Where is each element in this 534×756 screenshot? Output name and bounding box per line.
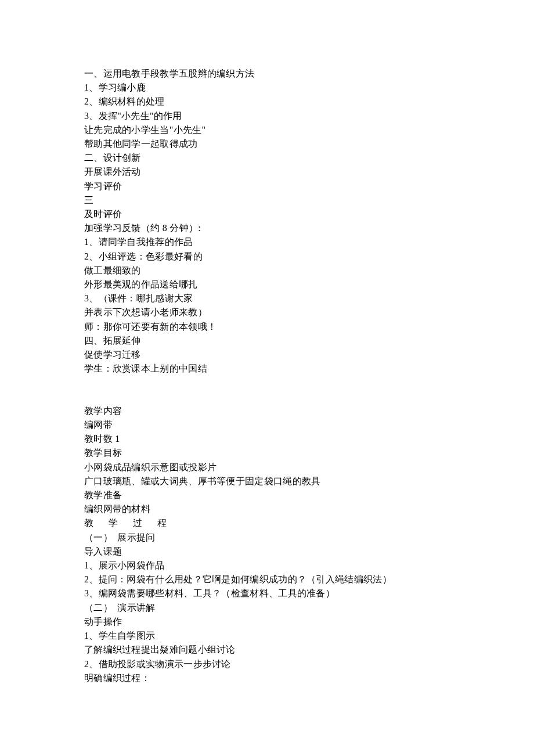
text-line: 做工最细致的 <box>84 264 450 278</box>
text-line: 教学准备 <box>84 488 450 502</box>
text-line: 3、发挥"小先生"的作用 <box>84 109 450 123</box>
text-line: 小网袋成品编织示意图或投影片 <box>84 460 450 474</box>
text-line: 了解编织过程提出疑难问题小组讨论 <box>84 643 450 657</box>
document-page: 一、运用电教手段教学五股辫的编织方法1、学习编小鹿2、编织材料的处理3、发挥"小… <box>0 0 534 732</box>
text-line: 一、运用电教手段教学五股辫的编织方法 <box>84 67 450 81</box>
blank-line <box>84 390 450 404</box>
text-line: 促使学习迁移 <box>84 348 450 362</box>
text-line: 开展课外活动 <box>84 165 450 179</box>
text-line: 帮助其他同学一起取得成功 <box>84 137 450 151</box>
text-line: （一） 展示提问 <box>84 531 450 545</box>
text-line: 三 <box>84 193 450 207</box>
blank-line <box>84 376 450 390</box>
text-line: 明确编织过程： <box>84 671 450 685</box>
text-line: 2、小组评选：色彩最好看的 <box>84 250 450 264</box>
text-line: 2、借助投影或实物演示一步步讨论 <box>84 657 450 671</box>
text-line: 二、设计创新 <box>84 151 450 165</box>
text-line: 师：那你可还要有新的本领哦！ <box>84 320 450 334</box>
text-line: 四、拓展延伸 <box>84 334 450 348</box>
text-line: 教学内容 <box>84 404 450 418</box>
text-line: 1、学习编小鹿 <box>84 81 450 95</box>
text-line: （二） 演示讲解 <box>84 601 450 615</box>
text-line: 动手操作 <box>84 615 450 629</box>
text-line: 教学目标 <box>84 446 450 460</box>
text-line: 教时数 1 <box>84 432 450 446</box>
text-line: 编网带 <box>84 418 450 432</box>
text-line: 学生：欣赏课本上别的中国结 <box>84 362 450 376</box>
text-line: 编织网带的材料 <box>84 502 450 516</box>
document-body: 一、运用电教手段教学五股辫的编织方法1、学习编小鹿2、编织材料的处理3、发挥"小… <box>84 67 450 685</box>
text-line: 外形最美观的作品送给哪扎 <box>84 278 450 291</box>
text-line: 学习评价 <box>84 179 450 193</box>
text-line: 加强学习反馈（约 8 分钟）: <box>84 221 450 235</box>
text-line: 2、提问：网袋有什么用处？它啊是如何编织成功的？（引入绳结编织法） <box>84 573 450 586</box>
text-line: 让先完成的小学生当"小先生" <box>84 123 450 137</box>
text-line: 并表示下次想请小老师来教） <box>84 305 450 319</box>
text-line: 导入课题 <box>84 545 450 559</box>
text-line: 1、请同学自我推荐的作品 <box>84 235 450 249</box>
text-line: 广口玻璃瓶、罐或大词典、厚书等便于固定袋口绳的教具 <box>84 474 450 488</box>
text-line: 1、展示小网袋作品 <box>84 559 450 573</box>
text-line: 教 学 过 程 <box>84 516 450 530</box>
text-line: 及时评价 <box>84 207 450 221</box>
text-line: 2、编织材料的处理 <box>84 95 450 109</box>
text-line: 1、学生自学图示 <box>84 629 450 643</box>
text-line: 3、编网袋需要哪些材料、工具？（检查材料、工具的准备） <box>84 586 450 600</box>
text-line: 3、（课件：哪扎感谢大家 <box>84 291 450 305</box>
